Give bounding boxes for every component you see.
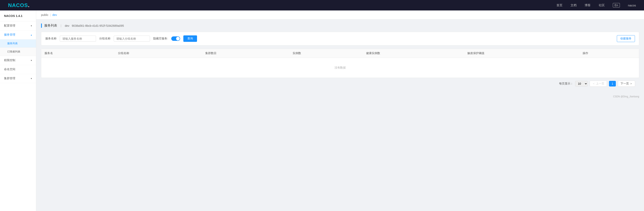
chevron-down-icon-2: ▾ <box>31 59 32 62</box>
sidebar-item-config[interactable]: 配置管理 ▾ <box>0 21 36 30</box>
service-name-label: 服务名称 <box>45 37 56 40</box>
sidebar-item-config-label: 配置管理 <box>4 24 15 28</box>
chevron-up-icon: ▴ <box>31 34 32 36</box>
col-service-name: 服务名 <box>41 49 115 58</box>
hide-empty-label: 隐藏空服务: <box>153 37 168 40</box>
page-header-sep: ｜ <box>60 24 62 28</box>
sidebar-item-service-list[interactable]: 服务列表 <box>0 40 36 48</box>
page-header-namespace-id: 9038a561-8bcb-41d1-952f-f1842689a095 <box>72 24 124 27</box>
page-title: 服务列表 <box>44 24 57 28</box>
sidebar-item-service-label: 服务管理 <box>4 33 15 36</box>
chevron-down-icon: ▾ <box>31 24 32 27</box>
sidebar-item-cluster[interactable]: 集群管理 ▾ <box>0 74 36 83</box>
sidebar-item-permission[interactable]: 权限控制 ▾ <box>0 56 36 65</box>
pagination: 每页显示： 10 20 50 100 ＜ 上一页 1 下一页 ＞ <box>41 78 639 90</box>
empty-data-row: 没有数据 <box>41 58 639 78</box>
breadcrumb-sep: | <box>50 13 51 16</box>
col-healthy-instance: 健康实例数 <box>363 49 464 58</box>
no-data-text: 没有数据 <box>41 58 639 78</box>
nav-docs[interactable]: 文档 <box>570 4 576 7</box>
chevron-down-icon-3: ▾ <box>31 77 32 80</box>
service-table-container: 服务名 分组名称 集群数目 实例数 健康实例数 触发保护阈值 操作 没有数据 <box>41 49 639 78</box>
col-operation: 操作 <box>580 49 639 58</box>
service-name-input[interactable] <box>60 36 96 42</box>
col-instance-count: 实例数 <box>290 49 363 58</box>
sidebar-submenu-service: 服务列表 订阅者列表 <box>0 40 36 56</box>
sidebar: NACOS 1.4.1 配置管理 ▾ 服务管理 ▴ 服务列表 订阅者列表 权限控… <box>0 10 36 211</box>
user-name: nacos <box>628 4 636 7</box>
next-page-button[interactable]: 下一页 ＞ <box>618 81 635 87</box>
create-service-button[interactable]: 创建服务 <box>617 35 635 42</box>
nav-home[interactable]: 首页 <box>556 4 562 7</box>
page-size-label: 每页显示： <box>559 82 573 86</box>
group-name-label: 分组名称 <box>99 37 110 40</box>
breadcrumb-dev[interactable]: dev <box>52 13 57 16</box>
filter-row: 服务名称 分组名称 隐藏空服务: 查询 创建服务 <box>41 32 639 46</box>
breadcrumb-public: public <box>41 13 48 16</box>
group-name-input[interactable] <box>114 36 150 42</box>
breadcrumb: public | dev <box>36 10 644 20</box>
prev-page-button[interactable]: ＜ 上一页 <box>590 81 607 87</box>
top-nav: NACOS. 首页 文档 博客 社区 En nacos <box>0 0 644 10</box>
lang-button[interactable]: En <box>613 3 620 8</box>
page-header: 服务列表 ｜ dev 9038a561-8bcb-41d1-952f-f1842… <box>41 24 639 28</box>
current-page: 1 <box>609 81 616 86</box>
service-table: 服务名 分组名称 集群数目 实例数 健康实例数 触发保护阈值 操作 没有数据 <box>41 49 639 78</box>
sidebar-item-namespace[interactable]: 命名空间 <box>0 65 36 74</box>
table-header-row: 服务名 分组名称 集群数目 实例数 健康实例数 触发保护阈值 操作 <box>41 49 639 58</box>
nav-blog[interactable]: 博客 <box>585 4 591 7</box>
query-button[interactable]: 查询 <box>183 36 197 42</box>
layout: NACOS 1.4.1 配置管理 ▾ 服务管理 ▴ 服务列表 订阅者列表 权限控… <box>0 10 644 211</box>
col-cluster-count: 集群数目 <box>202 49 290 58</box>
sidebar-item-cluster-label: 集群管理 <box>4 77 15 80</box>
hide-empty-toggle[interactable] <box>171 36 180 41</box>
sidebar-item-namespace-label: 命名空间 <box>4 68 15 71</box>
page-size-select[interactable]: 10 20 50 100 <box>575 81 588 86</box>
page-header-namespace: dev <box>65 24 70 27</box>
sidebar-brand: NACOS 1.4.1 <box>0 10 36 21</box>
content-area: 服务列表 ｜ dev 9038a561-8bcb-41d1-952f-f1842… <box>36 20 644 94</box>
main-content: public | dev 服务列表 ｜ dev 9038a561-8bcb-41… <box>36 10 644 211</box>
sidebar-item-service[interactable]: 服务管理 ▴ <box>0 30 36 40</box>
sidebar-item-subscriber-list[interactable]: 订阅者列表 <box>0 48 36 56</box>
nav-community[interactable]: 社区 <box>599 4 605 7</box>
col-protect-threshold: 触发保护阈值 <box>464 49 580 58</box>
nav-links: 首页 文档 博客 社区 En nacos <box>556 3 636 8</box>
sidebar-item-permission-label: 权限控制 <box>4 58 15 62</box>
footer-credit: CSDN @Ding_Jianbang <box>36 94 644 100</box>
logo: NACOS. <box>8 2 30 8</box>
col-group-name: 分组名称 <box>115 49 202 58</box>
